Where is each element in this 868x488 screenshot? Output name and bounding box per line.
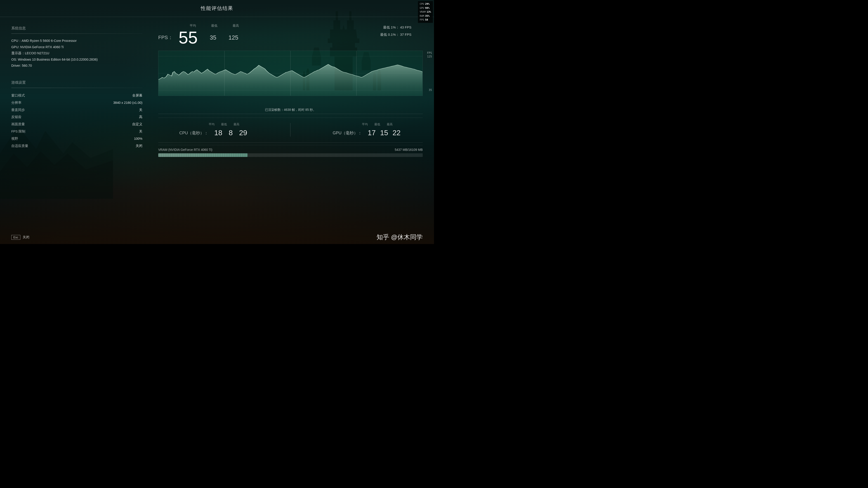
gpu-avg-value: 17 bbox=[367, 129, 377, 137]
setting-adaptive: 自适应质量 关闭 bbox=[11, 143, 143, 150]
timing-row: 平均 最低 最高 CPU（毫秒）： 18 8 29 平均 最低 bbox=[158, 118, 423, 142]
timing-vertical-divider bbox=[290, 123, 290, 136]
setting-aa: 反锯齿 高 bbox=[11, 114, 143, 121]
system-info-title: 系统信息 bbox=[11, 26, 143, 31]
gpu-min-header: 最低 bbox=[372, 122, 382, 126]
fps-sub-values: 35 125 bbox=[208, 34, 239, 41]
fps-min-value: 35 bbox=[208, 34, 218, 41]
setting-resolution: 分辨率 3840 x 2160 (x1.00) bbox=[11, 99, 143, 106]
setting-adaptive-value: 关闭 bbox=[135, 143, 143, 150]
hud-cpu-line: CPU 29% bbox=[420, 2, 431, 6]
percentile-1-value: 43 FPS bbox=[400, 25, 411, 29]
cpu-min-value: 8 bbox=[225, 129, 236, 137]
fps-max-value: 125 bbox=[228, 34, 239, 41]
main-content: 系统信息 CPU：AMD Ryzen 5 5600 6-Core Process… bbox=[0, 17, 434, 244]
gpu-timing-label: GPU（毫秒）： bbox=[333, 130, 364, 136]
vram-bar-fill bbox=[158, 153, 248, 157]
system-gpu: GPU: NVIDIA GeForce RTX 4060 Ti bbox=[11, 44, 143, 51]
esc-key[interactable]: Esc bbox=[11, 235, 20, 240]
hud-gpu-label: GPU bbox=[420, 6, 424, 10]
chart-y-top: 125 bbox=[427, 55, 432, 58]
page-title: 性能评估结果 bbox=[201, 5, 233, 12]
fps-chart: FPS 125 35 bbox=[158, 51, 423, 96]
cpu-timing-values: CPU（毫秒）： 18 8 29 bbox=[179, 129, 248, 137]
vram-display: 5437 MB/16109 MB bbox=[395, 148, 423, 152]
fps-avg-header: 平均 bbox=[188, 24, 198, 28]
setting-vsync-label: 垂直同步 bbox=[11, 106, 25, 114]
setting-fps-limit-label: FPS 限制 bbox=[11, 128, 25, 135]
percentile-stats: 最低 1%： 43 FPS 最低 0.1%： 37 FPS bbox=[380, 24, 411, 38]
setting-resolution-value: 3840 x 2160 (x1.00) bbox=[113, 99, 143, 106]
setting-window-mode-label: 窗口模式 bbox=[11, 92, 25, 99]
chart-fps-text: FPS bbox=[427, 51, 432, 55]
percentile-1-label: 最低 1%： bbox=[383, 25, 399, 29]
setting-quality-label: 画面质量 bbox=[11, 121, 25, 128]
fps-avg-big: 55 bbox=[179, 29, 204, 46]
setting-resolution-label: 分辨率 bbox=[11, 99, 22, 106]
cpu-min-header: 最低 bbox=[219, 122, 229, 126]
vram-bar-container bbox=[158, 153, 423, 157]
hud-cpu-label: CPU bbox=[420, 2, 424, 6]
gpu-col-headers: 平均 最低 最高 bbox=[340, 122, 395, 126]
fps-word: FPS： bbox=[158, 34, 174, 41]
fps-stats-area: 平均 最低 最高 FPS： 55 35 125 最低 1%： 43 FPS bbox=[158, 22, 423, 50]
percentile-01-line: 最低 0.1%： 37 FPS bbox=[380, 31, 411, 38]
cpu-avg-value: 18 bbox=[213, 129, 223, 137]
cpu-max-header: 最高 bbox=[231, 122, 241, 126]
cpu-col-headers: 平均 最低 最高 bbox=[186, 122, 241, 126]
left-panel: 系统信息 CPU：AMD Ryzen 5 5600 6-Core Process… bbox=[0, 17, 154, 244]
setting-aa-label: 反锯齿 bbox=[11, 114, 22, 121]
right-panel: 平均 最低 最高 FPS： 55 35 125 最低 1%： 43 FPS bbox=[154, 17, 434, 244]
watermark: 知乎 @休木同学 bbox=[377, 233, 423, 242]
top-bar: 性能评估结果 bbox=[0, 0, 434, 17]
hud-vram-label: VRAM bbox=[420, 10, 426, 14]
cpu-max-value: 29 bbox=[238, 129, 248, 137]
cpu-timing-group: 平均 最低 最高 CPU（毫秒）： 18 8 29 bbox=[179, 122, 248, 137]
hud-vram-line: VRAM 13% bbox=[420, 10, 431, 14]
setting-quality-value: 自定义 bbox=[132, 121, 143, 128]
bottom-bar: Esc 关闭 知乎 @休木同学 bbox=[0, 231, 434, 244]
setting-fps-limit-value: 关 bbox=[139, 128, 143, 135]
system-driver: Driver: 560.70 bbox=[11, 63, 143, 69]
system-info-section: 系统信息 CPU：AMD Ryzen 5 5600 6-Core Process… bbox=[11, 26, 143, 69]
percentile-01-label: 最低 0.1%： bbox=[380, 33, 399, 36]
gpu-max-value: 22 bbox=[392, 129, 402, 137]
close-label: 关闭 bbox=[23, 235, 29, 240]
game-settings-section: 游戏设置 窗口模式 全屏幕 分辨率 3840 x 2160 (x1.00) 垂直… bbox=[11, 80, 143, 150]
hud-gpu-line: GPU 98% bbox=[420, 6, 431, 10]
setting-fov-value: 100% bbox=[134, 135, 143, 143]
vram-bar-pattern bbox=[158, 153, 248, 157]
cpu-timing-label: CPU（毫秒）： bbox=[179, 130, 211, 136]
gpu-min-value: 15 bbox=[379, 129, 389, 137]
setting-fps-limit: FPS 限制 关 bbox=[11, 128, 143, 135]
setting-quality: 画面质量 自定义 bbox=[11, 121, 143, 128]
gpu-avg-header: 平均 bbox=[360, 122, 370, 126]
setting-fov: 视野 100% bbox=[11, 135, 143, 143]
game-settings-divider bbox=[11, 88, 143, 88]
setting-adaptive-label: 自适应质量 bbox=[11, 143, 28, 150]
gpu-timing-values: GPU（毫秒）： 17 15 22 bbox=[333, 129, 402, 137]
vram-header: VRAM (NVIDIA GeForce RTX 4060 Ti) 5437 M… bbox=[158, 148, 423, 152]
fps-chart-svg bbox=[158, 51, 423, 96]
setting-window-mode: 窗口模式 全屏幕 bbox=[11, 92, 143, 99]
chart-wrapper: FPS 125 35 bbox=[158, 50, 423, 106]
chart-y-bottom: 35 bbox=[429, 88, 432, 92]
system-display: 显示器：LECOO N2721U bbox=[11, 50, 143, 57]
gpu-max-header: 最高 bbox=[385, 122, 395, 126]
close-hint: Esc 关闭 bbox=[11, 235, 29, 240]
setting-aa-value: 高 bbox=[139, 114, 143, 121]
setting-vsync: 垂直同步 关 bbox=[11, 106, 143, 114]
system-os: OS: Windows 10 Business Edition 64-bit (… bbox=[11, 57, 143, 63]
gpu-timing-group: 平均 最低 最高 GPU（毫秒）： 17 15 22 bbox=[333, 122, 402, 137]
hud-gpu-value: 98% bbox=[425, 6, 430, 10]
setting-vsync-value: 关 bbox=[139, 106, 143, 114]
rendered-frames-text: 已渲染帧数：4638 帧，耗时 85 秒。 bbox=[265, 108, 316, 112]
percentile-01-value: 37 FPS bbox=[400, 33, 411, 36]
vram-section: VRAM (NVIDIA GeForce RTX 4060 Ti) 5437 M… bbox=[158, 145, 423, 160]
fps-min-header: 最低 bbox=[209, 24, 219, 28]
hud-vram-value: 13% bbox=[427, 10, 431, 14]
system-cpu: CPU：AMD Ryzen 5 5600 6-Core Processor bbox=[11, 38, 143, 44]
setting-window-mode-value: 全屏幕 bbox=[132, 92, 143, 99]
rendered-frames: 已渲染帧数：4638 帧，耗时 85 秒。 bbox=[158, 108, 423, 112]
system-info-divider bbox=[11, 33, 143, 34]
